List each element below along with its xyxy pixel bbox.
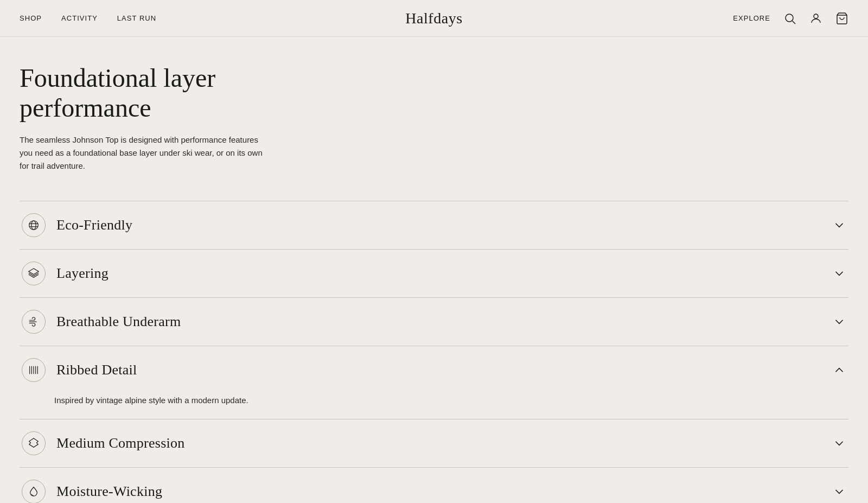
wind-icon	[22, 310, 46, 334]
brand-name[interactable]: Halfdays	[405, 10, 463, 27]
accordion-header-layering[interactable]: Layering	[20, 250, 848, 297]
accordion-item-breathable-underarm: Breathable Underarm	[20, 297, 848, 346]
moisture-icon	[22, 480, 46, 503]
cart-icon[interactable]	[835, 12, 848, 25]
accordion-item-layering: Layering	[20, 249, 848, 297]
accordion-item-moisture-wicking: Moisture-Wicking	[20, 467, 848, 503]
accordion-item-eco-friendly: Eco-Friendly	[20, 201, 848, 249]
accordion-item-medium-compression: Medium Compression	[20, 419, 848, 467]
accordion-label-ribbed-detail: Ribbed Detail	[56, 362, 137, 378]
accordion-label-layering: Layering	[56, 265, 108, 282]
svg-point-2	[814, 14, 818, 18]
chevron-ribbed-detail-icon	[832, 363, 846, 377]
page-description: The seamless Johnson Top is designed wit…	[20, 133, 264, 173]
nav-explore[interactable]: EXPLORE	[733, 14, 770, 22]
accordion-label-breathable-underarm: Breathable Underarm	[56, 314, 181, 330]
site-header: SHOP ACTIVITY LAST RUN Halfdays EXPLORE	[0, 0, 868, 37]
main-content: Foundational layer performance The seaml…	[0, 37, 868, 503]
accordion-header-medium-compression[interactable]: Medium Compression	[20, 419, 848, 467]
accordion-body-ribbed-detail: Inspired by vintage alpine style with a …	[20, 394, 848, 419]
chevron-breathable-underarm-icon	[832, 315, 846, 329]
accordion-label-eco-friendly: Eco-Friendly	[56, 217, 132, 233]
accordion-label-medium-compression: Medium Compression	[56, 435, 185, 451]
chevron-layering-icon	[832, 266, 846, 281]
accordion-header-eco-friendly[interactable]: Eco-Friendly	[20, 201, 848, 249]
ribbed-icon	[22, 358, 46, 382]
account-icon[interactable]	[809, 12, 822, 25]
features-accordion: Eco-FriendlyLayeringBreathable UnderarmR…	[20, 201, 848, 503]
accordion-header-ribbed-detail[interactable]: Ribbed Detail	[20, 346, 848, 394]
svg-point-4	[29, 221, 39, 230]
chevron-medium-compression-icon	[832, 436, 846, 450]
nav-last-run[interactable]: LAST RUN	[117, 14, 156, 22]
svg-point-0	[786, 14, 793, 22]
nav-left: SHOP ACTIVITY LAST RUN	[20, 14, 156, 22]
search-icon[interactable]	[783, 12, 796, 25]
svg-line-1	[793, 21, 796, 24]
accordion-header-moisture-wicking[interactable]: Moisture-Wicking	[20, 468, 848, 503]
globe-icon	[22, 213, 46, 237]
chevron-moisture-wicking-icon	[832, 485, 846, 499]
svg-point-5	[31, 221, 36, 230]
header-actions: EXPLORE	[733, 12, 848, 25]
accordion-header-breathable-underarm[interactable]: Breathable Underarm	[20, 298, 848, 346]
accordion-item-ribbed-detail: Ribbed DetailInspired by vintage alpine …	[20, 346, 848, 419]
layers-icon	[22, 262, 46, 285]
page-title: Foundational layer performance	[20, 63, 258, 123]
nav-shop[interactable]: SHOP	[20, 14, 42, 22]
accordion-label-moisture-wicking: Moisture-Wicking	[56, 483, 162, 500]
brand-area: Halfdays	[405, 10, 463, 27]
nav-activity[interactable]: ACTIVITY	[61, 14, 98, 22]
compression-icon	[22, 431, 46, 455]
chevron-eco-friendly-icon	[832, 218, 846, 232]
